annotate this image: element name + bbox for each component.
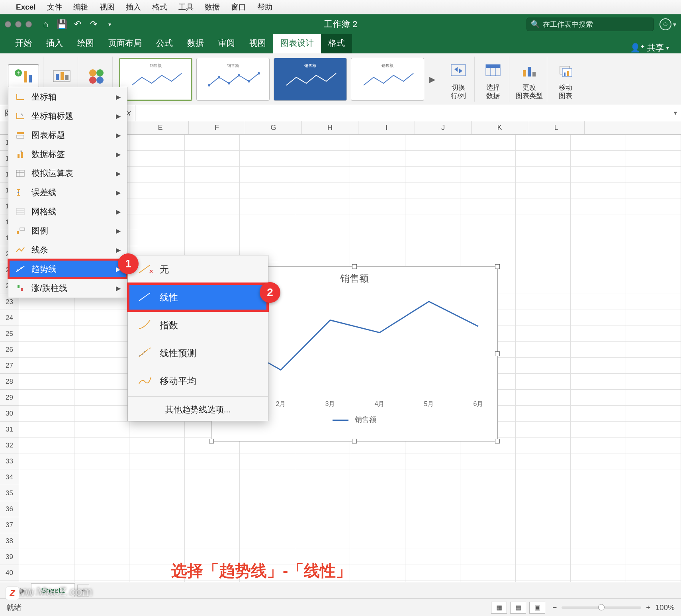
cell[interactable] [516, 326, 571, 342]
cell[interactable] [516, 422, 571, 437]
cell[interactable] [516, 453, 571, 469]
expand-formula-icon[interactable]: ▾ [674, 109, 677, 117]
cell[interactable] [571, 326, 626, 342]
cell[interactable] [571, 517, 626, 533]
cell[interactable] [295, 214, 350, 230]
cell[interactable] [516, 406, 571, 422]
cell[interactable] [19, 326, 74, 342]
cell[interactable] [460, 453, 516, 469]
cell[interactable] [295, 135, 350, 151]
cell[interactable] [295, 198, 350, 214]
tab-review[interactable]: 审阅 [211, 33, 242, 53]
row-header[interactable]: 28 [0, 374, 19, 390]
cell[interactable] [405, 549, 461, 565]
cell[interactable] [516, 342, 571, 358]
redo-icon[interactable]: ↷ [87, 18, 100, 31]
cell[interactable] [571, 406, 626, 422]
cell[interactable] [405, 533, 461, 549]
cell[interactable] [129, 533, 185, 549]
cell[interactable] [626, 294, 681, 310]
menu-item-模拟运算表[interactable]: 模拟运算表▶ [8, 164, 127, 183]
cell[interactable] [516, 214, 571, 230]
cell[interactable] [626, 565, 681, 581]
tab-formula[interactable]: 公式 [149, 33, 180, 53]
cell[interactable] [74, 390, 130, 406]
cell[interactable] [516, 230, 571, 246]
row-header[interactable]: 32 [0, 437, 19, 453]
cell[interactable] [516, 565, 571, 581]
cell[interactable] [350, 533, 405, 549]
cell[interactable] [185, 485, 240, 501]
cell[interactable] [185, 533, 240, 549]
cell[interactable] [571, 198, 626, 214]
mac-menu-view[interactable]: 视图 [100, 2, 115, 12]
cell[interactable] [350, 198, 405, 214]
tab-insert[interactable]: 插入 [39, 33, 70, 53]
cell[interactable] [74, 422, 130, 437]
cell[interactable] [460, 246, 516, 262]
row-header[interactable]: 30 [0, 406, 19, 422]
row-header[interactable]: 31 [0, 422, 19, 437]
cell[interactable] [74, 374, 130, 390]
gallery-next-icon[interactable]: ▶ [428, 58, 436, 101]
cell[interactable] [350, 581, 405, 582]
cell[interactable] [240, 167, 295, 182]
cell[interactable] [350, 135, 405, 151]
row-header[interactable]: 36 [0, 501, 19, 517]
mac-menu-data[interactable]: 数据 [205, 2, 220, 12]
cell[interactable] [571, 501, 626, 517]
row-header[interactable]: 27 [0, 358, 19, 374]
submenu-item-移动平均[interactable]: 移动平均 [128, 367, 268, 395]
cell[interactable] [350, 453, 405, 469]
cell[interactable] [516, 390, 571, 406]
row-header[interactable]: 34 [0, 469, 19, 485]
cell[interactable] [571, 278, 626, 294]
cell[interactable] [626, 533, 681, 549]
col-I[interactable]: I [358, 121, 415, 134]
cell[interactable] [295, 246, 350, 262]
cell[interactable] [240, 501, 295, 517]
cell[interactable] [295, 230, 350, 246]
cell[interactable] [516, 198, 571, 214]
cell[interactable] [405, 485, 461, 501]
cell[interactable] [240, 230, 295, 246]
menu-item-涨/跌柱线[interactable]: 涨/跌柱线▶ [8, 279, 127, 298]
zoom-in-button[interactable]: + [646, 603, 650, 612]
zoom-slider[interactable] [562, 606, 641, 609]
cell[interactable] [405, 167, 461, 182]
cell[interactable] [516, 501, 571, 517]
menu-item-网格线[interactable]: 网格线▶ [8, 202, 127, 221]
cell[interactable] [460, 214, 516, 230]
cell[interactable] [350, 549, 405, 565]
select-data-button[interactable] [481, 58, 505, 82]
cell[interactable] [516, 246, 571, 262]
cell[interactable] [516, 294, 571, 310]
cell[interactable] [350, 182, 405, 198]
cell[interactable] [185, 517, 240, 533]
change-colors-button[interactable] [84, 64, 108, 88]
cell[interactable] [626, 501, 681, 517]
cell[interactable] [19, 374, 74, 390]
row-header[interactable]: 37 [0, 517, 19, 533]
cell[interactable] [626, 246, 681, 262]
submenu-item-无[interactable]: ✕无 [128, 255, 268, 283]
cell[interactable] [626, 485, 681, 501]
cell[interactable] [74, 326, 130, 342]
cell[interactable] [19, 422, 74, 437]
menu-item-趋势线[interactable]: 趋势线▶ [8, 259, 127, 279]
cell[interactable] [626, 581, 681, 582]
cell[interactable] [460, 581, 516, 582]
cell[interactable] [460, 151, 516, 167]
cell[interactable] [571, 469, 626, 485]
cell[interactable] [19, 549, 74, 565]
cell[interactable] [185, 230, 240, 246]
cell[interactable] [460, 549, 516, 565]
cell[interactable] [74, 565, 130, 581]
cell[interactable] [405, 135, 461, 151]
cell[interactable] [571, 262, 626, 278]
cell[interactable] [626, 151, 681, 167]
cell[interactable] [129, 501, 185, 517]
cell[interactable] [571, 135, 626, 151]
cell[interactable] [350, 214, 405, 230]
cell[interactable] [626, 167, 681, 182]
